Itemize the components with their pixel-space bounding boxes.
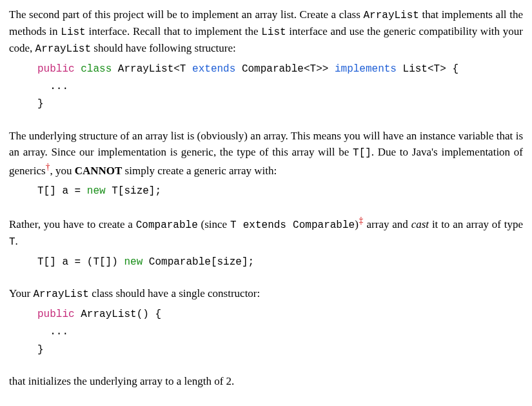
code-block-constructor: public ArrayList() { ... } [37,306,523,359]
text: Your [9,287,34,299]
text: it to an array of type [429,218,523,230]
code-close-brace: } [37,98,44,110]
code-arraylist: ArrayList [35,43,91,55]
text: array and [364,218,411,230]
code-classname: ArrayList<T [118,63,186,75]
text: . [15,235,18,247]
code-list: List [261,26,286,38]
code-lhs: T[] a = (T[]) [37,256,118,268]
keyword-extends: extends [192,63,235,75]
code-block-bad-array: T[] a = new T[size]; [37,183,523,200]
code-ellipsis: ... [37,81,68,92]
code-constructor-name: ArrayList() { [81,309,161,320]
text: interface. Recall that to implement the [86,25,261,37]
code-block-cast-array: T[] a = (T[]) new Comparable[size]; [37,254,523,271]
code-rhs: Comparable[size]; [149,256,254,268]
footnote-double-dagger: ‡ [359,216,364,225]
paragraph-intro: The second part of this project will be … [9,6,523,57]
text: The second part of this project will be … [9,8,363,21]
code-list: List [61,26,85,38]
emphasis-cannot: CANNOT [75,165,123,177]
text: that initializes the underlying array to… [9,375,234,387]
keyword-public: public [37,63,75,75]
text: simply create a generic array with: [122,165,277,177]
code-t-array: T[] [353,147,371,159]
code-comparable: Comparable [136,219,198,231]
code-lhs: T[] a = [37,185,81,197]
text: (since [198,218,230,230]
paragraph-underlying: The underlying structure of an array lis… [9,128,523,179]
code-ellipsis: ... [37,326,68,338]
text: class should have a single constructor: [89,287,260,299]
text: , you [50,165,74,177]
code-rhs: T[size]; [112,185,161,197]
text: should have following structure: [91,42,236,54]
code-close-brace: } [37,344,44,356]
code-t: T [9,236,15,248]
keyword-implements: implements [335,63,397,75]
keyword-new: new [124,256,143,268]
paragraph-rather: Rather, you have to create a Comparable … [9,214,523,250]
paragraph-init: that initializes the underlying array to… [9,373,523,390]
code-extends: T extends Comparable [230,219,355,231]
code-list-t: List<T> { [403,63,458,75]
text: Rather, you have to create a [9,218,136,230]
keyword-new: new [87,185,106,197]
keyword-class: class [81,63,112,75]
emphasis-cast: cast [411,218,429,230]
code-comparable: Comparable<T>> [242,63,328,75]
paragraph-constructor: Your ArrayList class should have a singl… [9,285,523,302]
keyword-public: public [37,309,75,320]
code-arraylist: ArrayList [34,289,89,300]
code-block-class-decl: public class ArrayList<T extends Compara… [37,61,523,114]
code-arraylist: ArrayList [363,10,419,21]
